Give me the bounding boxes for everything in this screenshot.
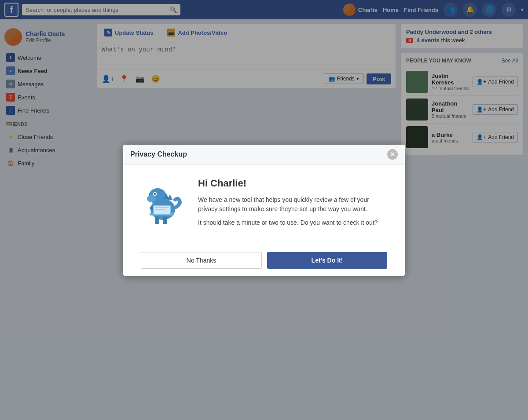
privacy-checkup-modal: Privacy Checkup ✕ bbox=[123, 145, 405, 276]
modal-close-button[interactable]: ✕ bbox=[387, 149, 398, 160]
modal-greeting: Hi Charlie! bbox=[198, 178, 387, 189]
dino-illustration bbox=[141, 178, 185, 226]
modal-header: Privacy Checkup ✕ bbox=[123, 145, 405, 164]
svg-point-2 bbox=[147, 195, 156, 202]
svg-rect-8 bbox=[155, 216, 159, 224]
modal-body: Hi Charlie! We have a new tool that help… bbox=[123, 164, 405, 245]
modal-overlay: Privacy Checkup ✕ bbox=[0, 0, 528, 420]
modal-description-1: We have a new tool that helps you quickl… bbox=[198, 195, 387, 214]
modal-content: Hi Charlie! We have a new tool that help… bbox=[198, 178, 387, 232]
modal-description-2: It should take a minute or two to use. D… bbox=[198, 218, 387, 227]
no-thanks-button[interactable]: No Thanks bbox=[141, 252, 262, 269]
svg-point-4 bbox=[154, 193, 156, 195]
svg-rect-9 bbox=[163, 216, 167, 224]
modal-footer: No Thanks Let's Do It! bbox=[123, 245, 405, 276]
svg-rect-12 bbox=[154, 206, 170, 214]
modal-title: Privacy Checkup bbox=[130, 150, 187, 158]
lets-do-it-button[interactable]: Let's Do It! bbox=[267, 252, 387, 269]
